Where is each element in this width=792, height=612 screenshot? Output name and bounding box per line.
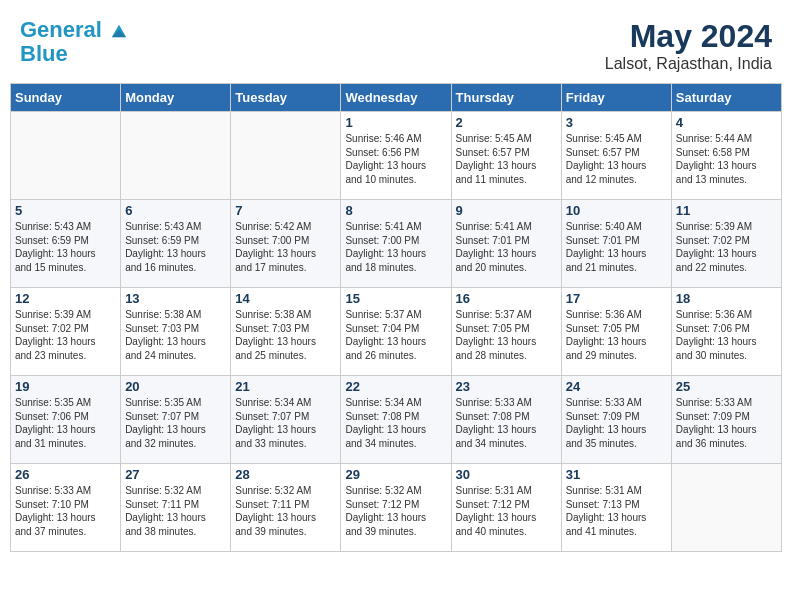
cell-content: Sunrise: 5:33 AM Sunset: 7:10 PM Dayligh… <box>15 484 116 538</box>
day-number: 18 <box>676 291 777 306</box>
calendar-day-header: Monday <box>121 84 231 112</box>
calendar-cell: 13Sunrise: 5:38 AM Sunset: 7:03 PM Dayli… <box>121 288 231 376</box>
calendar-cell: 5Sunrise: 5:43 AM Sunset: 6:59 PM Daylig… <box>11 200 121 288</box>
calendar-week-row: 5Sunrise: 5:43 AM Sunset: 6:59 PM Daylig… <box>11 200 782 288</box>
calendar-day-header: Sunday <box>11 84 121 112</box>
calendar-cell: 11Sunrise: 5:39 AM Sunset: 7:02 PM Dayli… <box>671 200 781 288</box>
location: Lalsot, Rajasthan, India <box>605 55 772 73</box>
day-number: 28 <box>235 467 336 482</box>
day-number: 5 <box>15 203 116 218</box>
cell-content: Sunrise: 5:33 AM Sunset: 7:09 PM Dayligh… <box>566 396 667 450</box>
logo: General Blue <box>20 18 128 66</box>
day-number: 6 <box>125 203 226 218</box>
cell-content: Sunrise: 5:34 AM Sunset: 7:07 PM Dayligh… <box>235 396 336 450</box>
calendar-cell: 16Sunrise: 5:37 AM Sunset: 7:05 PM Dayli… <box>451 288 561 376</box>
day-number: 8 <box>345 203 446 218</box>
cell-content: Sunrise: 5:38 AM Sunset: 7:03 PM Dayligh… <box>235 308 336 362</box>
cell-content: Sunrise: 5:32 AM Sunset: 7:12 PM Dayligh… <box>345 484 446 538</box>
cell-content: Sunrise: 5:43 AM Sunset: 6:59 PM Dayligh… <box>15 220 116 274</box>
calendar-cell: 12Sunrise: 5:39 AM Sunset: 7:02 PM Dayli… <box>11 288 121 376</box>
cell-content: Sunrise: 5:42 AM Sunset: 7:00 PM Dayligh… <box>235 220 336 274</box>
calendar-header-row: SundayMondayTuesdayWednesdayThursdayFrid… <box>11 84 782 112</box>
day-number: 9 <box>456 203 557 218</box>
cell-content: Sunrise: 5:34 AM Sunset: 7:08 PM Dayligh… <box>345 396 446 450</box>
calendar-cell: 2Sunrise: 5:45 AM Sunset: 6:57 PM Daylig… <box>451 112 561 200</box>
day-number: 26 <box>15 467 116 482</box>
calendar-cell: 15Sunrise: 5:37 AM Sunset: 7:04 PM Dayli… <box>341 288 451 376</box>
day-number: 24 <box>566 379 667 394</box>
calendar-cell: 25Sunrise: 5:33 AM Sunset: 7:09 PM Dayli… <box>671 376 781 464</box>
cell-content: Sunrise: 5:39 AM Sunset: 7:02 PM Dayligh… <box>676 220 777 274</box>
cell-content: Sunrise: 5:31 AM Sunset: 7:13 PM Dayligh… <box>566 484 667 538</box>
calendar-cell <box>671 464 781 552</box>
day-number: 2 <box>456 115 557 130</box>
calendar-cell: 3Sunrise: 5:45 AM Sunset: 6:57 PM Daylig… <box>561 112 671 200</box>
calendar-week-row: 12Sunrise: 5:39 AM Sunset: 7:02 PM Dayli… <box>11 288 782 376</box>
cell-content: Sunrise: 5:46 AM Sunset: 6:56 PM Dayligh… <box>345 132 446 186</box>
cell-content: Sunrise: 5:31 AM Sunset: 7:12 PM Dayligh… <box>456 484 557 538</box>
calendar-cell: 31Sunrise: 5:31 AM Sunset: 7:13 PM Dayli… <box>561 464 671 552</box>
day-number: 15 <box>345 291 446 306</box>
calendar-day-header: Friday <box>561 84 671 112</box>
day-number: 10 <box>566 203 667 218</box>
day-number: 12 <box>15 291 116 306</box>
day-number: 16 <box>456 291 557 306</box>
title-area: May 2024 Lalsot, Rajasthan, India <box>605 18 772 73</box>
day-number: 13 <box>125 291 226 306</box>
cell-content: Sunrise: 5:35 AM Sunset: 7:07 PM Dayligh… <box>125 396 226 450</box>
calendar-cell: 10Sunrise: 5:40 AM Sunset: 7:01 PM Dayli… <box>561 200 671 288</box>
cell-content: Sunrise: 5:32 AM Sunset: 7:11 PM Dayligh… <box>125 484 226 538</box>
calendar-week-row: 1Sunrise: 5:46 AM Sunset: 6:56 PM Daylig… <box>11 112 782 200</box>
calendar-cell: 27Sunrise: 5:32 AM Sunset: 7:11 PM Dayli… <box>121 464 231 552</box>
logo-blue: Blue <box>20 42 128 66</box>
calendar-cell: 14Sunrise: 5:38 AM Sunset: 7:03 PM Dayli… <box>231 288 341 376</box>
calendar-cell: 4Sunrise: 5:44 AM Sunset: 6:58 PM Daylig… <box>671 112 781 200</box>
calendar-body: 1Sunrise: 5:46 AM Sunset: 6:56 PM Daylig… <box>11 112 782 552</box>
calendar-cell: 30Sunrise: 5:31 AM Sunset: 7:12 PM Dayli… <box>451 464 561 552</box>
day-number: 21 <box>235 379 336 394</box>
cell-content: Sunrise: 5:37 AM Sunset: 7:04 PM Dayligh… <box>345 308 446 362</box>
day-number: 27 <box>125 467 226 482</box>
calendar-cell <box>11 112 121 200</box>
calendar-cell: 22Sunrise: 5:34 AM Sunset: 7:08 PM Dayli… <box>341 376 451 464</box>
cell-content: Sunrise: 5:43 AM Sunset: 6:59 PM Dayligh… <box>125 220 226 274</box>
day-number: 3 <box>566 115 667 130</box>
calendar-cell: 6Sunrise: 5:43 AM Sunset: 6:59 PM Daylig… <box>121 200 231 288</box>
calendar-cell: 8Sunrise: 5:41 AM Sunset: 7:00 PM Daylig… <box>341 200 451 288</box>
calendar-cell: 26Sunrise: 5:33 AM Sunset: 7:10 PM Dayli… <box>11 464 121 552</box>
calendar-cell: 9Sunrise: 5:41 AM Sunset: 7:01 PM Daylig… <box>451 200 561 288</box>
day-number: 30 <box>456 467 557 482</box>
cell-content: Sunrise: 5:33 AM Sunset: 7:08 PM Dayligh… <box>456 396 557 450</box>
cell-content: Sunrise: 5:40 AM Sunset: 7:01 PM Dayligh… <box>566 220 667 274</box>
cell-content: Sunrise: 5:36 AM Sunset: 7:06 PM Dayligh… <box>676 308 777 362</box>
day-number: 25 <box>676 379 777 394</box>
calendar-day-header: Wednesday <box>341 84 451 112</box>
day-number: 20 <box>125 379 226 394</box>
day-number: 7 <box>235 203 336 218</box>
calendar-day-header: Tuesday <box>231 84 341 112</box>
day-number: 29 <box>345 467 446 482</box>
calendar-cell: 1Sunrise: 5:46 AM Sunset: 6:56 PM Daylig… <box>341 112 451 200</box>
day-number: 14 <box>235 291 336 306</box>
calendar-cell: 20Sunrise: 5:35 AM Sunset: 7:07 PM Dayli… <box>121 376 231 464</box>
page-header: General Blue May 2024 Lalsot, Rajasthan,… <box>10 10 782 77</box>
day-number: 19 <box>15 379 116 394</box>
day-number: 17 <box>566 291 667 306</box>
month-title: May 2024 <box>605 18 772 55</box>
calendar-table: SundayMondayTuesdayWednesdayThursdayFrid… <box>10 83 782 552</box>
cell-content: Sunrise: 5:33 AM Sunset: 7:09 PM Dayligh… <box>676 396 777 450</box>
day-number: 23 <box>456 379 557 394</box>
day-number: 1 <box>345 115 446 130</box>
calendar-week-row: 19Sunrise: 5:35 AM Sunset: 7:06 PM Dayli… <box>11 376 782 464</box>
calendar-cell <box>121 112 231 200</box>
cell-content: Sunrise: 5:37 AM Sunset: 7:05 PM Dayligh… <box>456 308 557 362</box>
calendar-cell: 28Sunrise: 5:32 AM Sunset: 7:11 PM Dayli… <box>231 464 341 552</box>
calendar-day-header: Thursday <box>451 84 561 112</box>
cell-content: Sunrise: 5:35 AM Sunset: 7:06 PM Dayligh… <box>15 396 116 450</box>
calendar-cell: 17Sunrise: 5:36 AM Sunset: 7:05 PM Dayli… <box>561 288 671 376</box>
cell-content: Sunrise: 5:38 AM Sunset: 7:03 PM Dayligh… <box>125 308 226 362</box>
cell-content: Sunrise: 5:45 AM Sunset: 6:57 PM Dayligh… <box>456 132 557 186</box>
cell-content: Sunrise: 5:39 AM Sunset: 7:02 PM Dayligh… <box>15 308 116 362</box>
cell-content: Sunrise: 5:36 AM Sunset: 7:05 PM Dayligh… <box>566 308 667 362</box>
day-number: 22 <box>345 379 446 394</box>
